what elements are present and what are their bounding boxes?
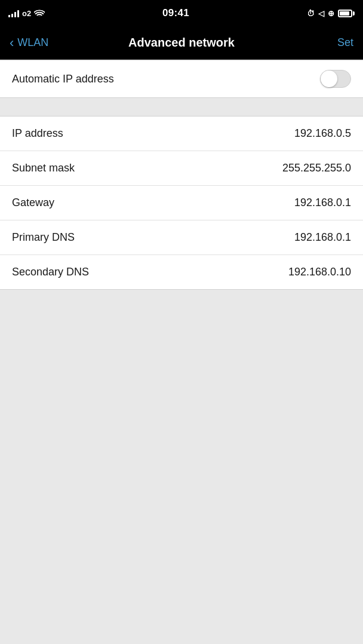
gateway-row: Gateway 192.168.0.1	[0, 186, 363, 220]
lock-icon: ⊕	[328, 9, 334, 18]
subnet-mask-label: Subnet mask	[12, 162, 75, 174]
status-time: 09:41	[162, 7, 189, 19]
clock-icon: ⏱	[307, 9, 315, 18]
status-left: o2	[8, 9, 45, 18]
content: Automatic IP address IP address 192.168.…	[0, 60, 363, 529]
back-chevron-icon: ‹	[10, 36, 14, 50]
secondary-dns-value: 192.168.0.10	[288, 266, 351, 278]
auto-ip-label: Automatic IP address	[12, 73, 114, 85]
battery-icon	[338, 10, 355, 17]
set-button[interactable]: Set	[337, 36, 353, 49]
ip-address-label: IP address	[12, 127, 63, 140]
section-spacer	[0, 98, 363, 116]
network-details-section: IP address 192.168.0.5 Subnet mask 255.2…	[0, 116, 363, 290]
auto-ip-row: Automatic IP address	[0, 60, 363, 97]
wifi-icon	[34, 9, 45, 17]
status-bar: o2 09:41 ⏱ ◁ ⊕	[0, 0, 363, 26]
bottom-area	[0, 290, 363, 529]
status-right: ⏱ ◁ ⊕	[307, 9, 355, 18]
signal-bars-icon	[8, 9, 19, 17]
page-title: Advanced network	[128, 36, 235, 50]
toggle-section: Automatic IP address	[0, 60, 363, 98]
toggle-knob	[321, 70, 337, 87]
secondary-dns-row: Secondary DNS 192.168.0.10	[0, 255, 363, 289]
back-label: WLAN	[17, 36, 48, 49]
primary-dns-label: Primary DNS	[12, 231, 75, 244]
ip-address-value: 192.168.0.5	[294, 127, 351, 140]
location-icon: ◁	[318, 9, 324, 18]
secondary-dns-label: Secondary DNS	[12, 266, 89, 278]
primary-dns-row: Primary DNS 192.168.0.1	[0, 220, 363, 255]
auto-ip-toggle[interactable]	[320, 70, 351, 88]
ip-address-row: IP address 192.168.0.5	[0, 116, 363, 151]
primary-dns-value: 192.168.0.1	[294, 231, 351, 244]
gateway-label: Gateway	[12, 197, 54, 209]
carrier-label: o2	[22, 9, 31, 18]
gateway-value: 192.168.0.1	[294, 197, 351, 209]
back-button[interactable]: ‹ WLAN	[10, 36, 48, 50]
subnet-mask-value: 255.255.255.0	[282, 162, 351, 174]
subnet-mask-row: Subnet mask 255.255.255.0	[0, 151, 363, 186]
nav-bar: ‹ WLAN Advanced network Set	[0, 26, 363, 60]
